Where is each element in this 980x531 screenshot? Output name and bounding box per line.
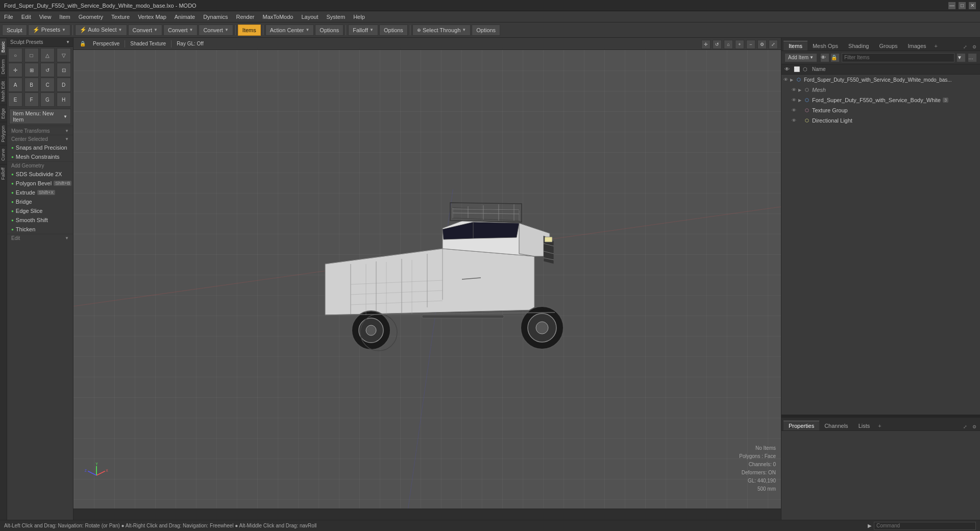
tool-scale-btn[interactable]: ⊞ xyxy=(24,63,39,77)
presets-button[interactable]: ⚡ Presets ▼ xyxy=(28,25,70,36)
viewport-perspective-btn[interactable]: Perspective xyxy=(90,39,122,49)
falloff-button[interactable]: Falloff ▼ xyxy=(348,25,378,36)
convert-button-2[interactable]: Convert ▼ xyxy=(163,25,198,36)
viewport-canvas[interactable]: X Y Z No Items Polygons : Face Channels:… xyxy=(74,50,781,509)
sculpt-presets-header[interactable]: Sculpt Presets ▼ xyxy=(7,38,73,47)
nav-settings-icon[interactable]: ⚙ xyxy=(757,40,767,49)
menu-edit[interactable]: Edit xyxy=(17,13,35,21)
tree-row-ford-model[interactable]: 👁 ▶ ⬡ Ford_Super_Duty_F550_with_Service_… xyxy=(781,95,980,105)
action-center-button[interactable]: Action Center ▼ xyxy=(265,25,314,36)
tree-row-mesh[interactable]: 👁 ▶ ⬡ Mesh xyxy=(781,85,980,95)
mesh-constraints-item[interactable]: ● Mesh Constraints xyxy=(7,152,73,161)
menu-view[interactable]: View xyxy=(35,13,56,21)
vert-tab-mesh-edit[interactable]: Mesh Edit xyxy=(0,78,7,105)
tab-properties[interactable]: Properties xyxy=(783,421,819,430)
smooth-shift-item[interactable]: ● Smooth Shift xyxy=(7,215,73,225)
items-lock-btn[interactable]: 🔒 xyxy=(830,53,840,62)
tab-images[interactable]: Images xyxy=(903,41,932,51)
extrude-item[interactable]: ● Extrude Shift+X xyxy=(7,188,73,197)
tool-move-btn[interactable]: ✛ xyxy=(8,63,22,77)
menu-file[interactable]: File xyxy=(0,13,17,21)
vert-tab-deform[interactable]: Deform xyxy=(0,56,7,78)
tool-a-btn[interactable]: A xyxy=(8,78,22,92)
tool-d-btn[interactable]: D xyxy=(57,78,71,92)
items-button[interactable]: Items xyxy=(238,25,261,36)
nav-fit-icon[interactable]: ✛ xyxy=(701,40,710,49)
menu-dynamics[interactable]: Dynamics xyxy=(199,13,232,21)
filter-items-input[interactable] xyxy=(842,53,954,62)
nav-zoom-out-icon[interactable]: − xyxy=(746,40,755,49)
options-button-1[interactable]: Options xyxy=(315,25,344,36)
menu-geometry[interactable]: Geometry xyxy=(75,13,107,21)
tab-add-icon[interactable]: + xyxy=(932,41,941,51)
bridge-item[interactable]: ● Bridge xyxy=(7,197,73,206)
minimize-button[interactable]: — xyxy=(948,2,955,9)
tab-items[interactable]: Items xyxy=(783,41,807,51)
tool-square-btn[interactable]: □ xyxy=(24,48,39,62)
tab-channels[interactable]: Channels xyxy=(819,421,853,430)
viewport-lock-btn[interactable]: 🔒 xyxy=(77,39,89,49)
snaps-precision-item[interactable]: ● Snaps and Precision xyxy=(7,143,73,152)
tab-mesh-ops[interactable]: Mesh Ops xyxy=(807,41,843,51)
vert-tab-edge[interactable]: Edge xyxy=(0,105,7,122)
center-selected-label[interactable]: Center Selected ▼ xyxy=(7,135,73,143)
menu-system[interactable]: System xyxy=(322,13,349,21)
more-transforms-label[interactable]: More Transforms ▼ xyxy=(7,127,73,135)
nav-zoom-in-icon[interactable]: + xyxy=(735,40,744,49)
filter-options-btn[interactable]: ▼ xyxy=(957,53,966,62)
convert-button-1[interactable]: Convert ▼ xyxy=(128,25,162,36)
tool-sel-btn[interactable]: ⊡ xyxy=(57,63,71,77)
vert-tab-curve[interactable]: Curve xyxy=(0,145,7,164)
props-settings-icon[interactable]: ⚙ xyxy=(971,423,978,430)
props-tab-add-icon[interactable]: + xyxy=(875,421,884,430)
thicken-item[interactable]: ● Thicken xyxy=(7,225,73,234)
props-expand-icon[interactable]: ⤢ xyxy=(962,423,969,430)
auto-select-button[interactable]: ⚡ Auto Select ▼ xyxy=(75,25,127,36)
menu-help[interactable]: Help xyxy=(349,13,369,21)
panel-settings-icon[interactable]: ⚙ xyxy=(971,43,978,51)
tool-circle-btn[interactable]: ○ xyxy=(8,48,22,62)
tool-rot-btn[interactable]: ↺ xyxy=(40,63,55,77)
vert-tab-polygon[interactable]: Polygon xyxy=(0,122,7,146)
maximize-button[interactable]: □ xyxy=(959,2,966,9)
menu-texture[interactable]: Texture xyxy=(107,13,134,21)
vert-tab-falloff[interactable]: Falloff xyxy=(0,164,7,183)
convert-button-3[interactable]: Convert ▼ xyxy=(199,25,233,36)
edit-label[interactable]: Edit ▼ xyxy=(7,234,73,242)
vert-tab-basic[interactable]: Basic xyxy=(0,38,7,56)
menu-vertex-map[interactable]: Vertex Map xyxy=(134,13,170,21)
tree-row-light[interactable]: 👁 ⬡ Directional Light xyxy=(781,115,980,126)
tool-f-btn[interactable]: F xyxy=(24,92,39,107)
add-geometry-label[interactable]: Add Geometry xyxy=(7,161,73,170)
items-more-btn[interactable]: … xyxy=(968,53,977,62)
polygon-bevel-item[interactable]: ● Polygon Bevel Shift+B xyxy=(7,179,73,188)
menu-render[interactable]: Render xyxy=(232,13,258,21)
tree-row-texture-group[interactable]: 👁 ⬡ Texture Group xyxy=(781,105,980,115)
edge-slice-item[interactable]: ● Edge Slice xyxy=(7,206,73,215)
tool-tri-btn[interactable]: △ xyxy=(40,48,55,62)
menu-maxtomodo[interactable]: MaxToModo xyxy=(259,13,298,21)
menu-animate[interactable]: Animate xyxy=(170,13,199,21)
add-item-button[interactable]: Add Item ▼ xyxy=(785,53,817,62)
panel-expand-icon[interactable]: ⤢ xyxy=(962,43,969,51)
tool-g-btn[interactable]: G xyxy=(40,92,55,107)
tab-shading[interactable]: Shading xyxy=(843,41,874,51)
select-through-button[interactable]: ⊕ Select Through ▼ xyxy=(412,25,471,36)
command-input[interactable] xyxy=(874,522,976,530)
sculpt-button[interactable]: Sculpt xyxy=(2,25,27,36)
tool-tri2-btn[interactable]: ▽ xyxy=(57,48,71,62)
close-button[interactable]: ✕ xyxy=(969,2,976,9)
nav-home-icon[interactable]: ⌂ xyxy=(724,40,733,49)
tab-groups[interactable]: Groups xyxy=(874,41,902,51)
menu-item[interactable]: Item xyxy=(55,13,74,21)
tool-c-btn[interactable]: C xyxy=(40,78,55,92)
tool-h-btn[interactable]: H xyxy=(57,92,71,107)
items-visibility-btn[interactable]: 👁 xyxy=(820,53,829,62)
tool-e-btn[interactable]: E xyxy=(8,92,22,107)
item-menu-dropdown[interactable]: Item Menu: New Item ▼ xyxy=(9,109,71,124)
nav-undo-icon[interactable]: ↺ xyxy=(713,40,722,49)
sds-subdivide-item[interactable]: ● SDS Subdivide 2X xyxy=(7,170,73,179)
options-button-3[interactable]: Options xyxy=(472,25,500,36)
options-button-2[interactable]: Options xyxy=(379,25,408,36)
tab-lists[interactable]: Lists xyxy=(853,421,875,430)
